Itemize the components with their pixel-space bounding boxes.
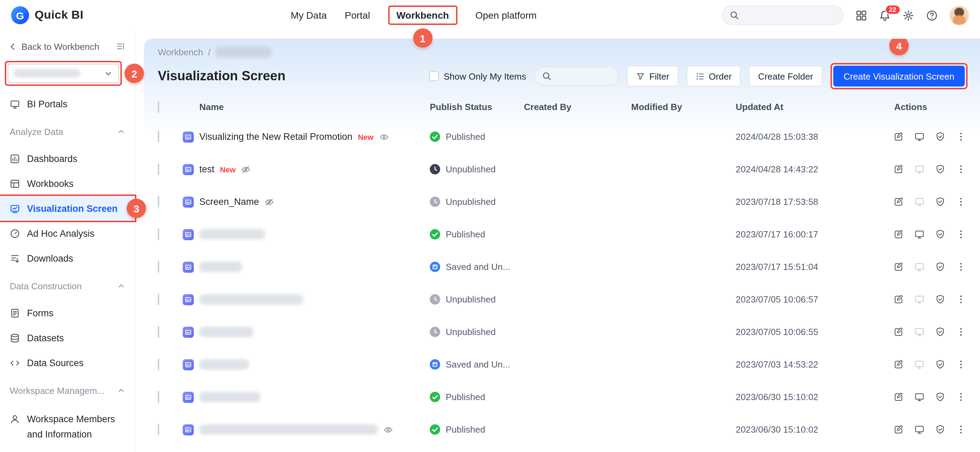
updated-at: 2023/06/30 15:10:02 [736,424,893,435]
more-actions-kebab-icon[interactable] [956,197,966,207]
row-checkbox[interactable] [158,423,159,435]
publish-shield-icon[interactable] [935,424,945,435]
edit-icon[interactable] [894,424,904,435]
row-name[interactable]: Screen_Name [199,197,259,207]
edit-icon[interactable] [894,132,904,142]
sidebar-item-workspace-members[interactable]: Workspace Members and Information [0,405,135,446]
row-name[interactable]: test [199,164,215,174]
sidebar-item-ad-hoc-analysis[interactable]: Ad Hoc Analysis [0,221,135,246]
sidebar-item-forms[interactable]: Forms [0,301,135,325]
show-only-my-items-toggle[interactable]: Show Only My Items [429,71,526,81]
new-badge: New [220,165,235,173]
edit-icon[interactable] [894,262,904,272]
select-all-checkbox[interactable] [158,101,159,113]
row-name[interactable]: Visualizing the New Retail Promotion [199,132,352,142]
preview-monitor-icon[interactable] [914,359,924,370]
preview-monitor-icon[interactable] [914,392,924,402]
edit-icon[interactable] [894,294,904,304]
edit-icon[interactable] [894,229,904,239]
updated-at: 2023/07/17 15:51:04 [736,262,893,272]
nav-item-workbench[interactable]: Workbench 1 [388,6,457,25]
preview-monitor-icon[interactable] [914,132,924,142]
row-checkbox[interactable] [158,391,159,403]
edit-icon[interactable] [894,327,904,337]
row-checkbox[interactable] [158,261,159,273]
sidebar-item-dashboards[interactable]: Dashboards [0,146,135,171]
title-row: Visualization Screen Show Only My Items [158,65,967,87]
more-actions-kebab-icon[interactable] [956,392,966,402]
notifications-bell-icon[interactable]: 22 [879,10,891,21]
row-checkbox[interactable] [158,358,159,370]
user-avatar[interactable] [950,6,969,25]
order-button[interactable]: Order [687,66,741,86]
preview-monitor-icon[interactable] [914,229,924,239]
publish-shield-icon[interactable] [935,327,945,337]
section-analyze-data[interactable]: Analyze Data [0,119,135,144]
more-actions-kebab-icon[interactable] [956,424,966,435]
nav-item-portal[interactable]: Portal [345,10,370,21]
row-checkbox[interactable] [158,293,159,305]
more-actions-kebab-icon[interactable] [956,294,966,304]
screen-thumbnail-icon [183,131,194,142]
back-label: Back to Workbench [21,41,99,52]
list-search-input[interactable] [534,67,619,86]
more-actions-kebab-icon[interactable] [956,132,966,142]
row-checkbox[interactable] [158,326,159,338]
create-folder-button[interactable]: Create Folder [749,66,822,86]
more-actions-kebab-icon[interactable] [956,359,966,370]
more-actions-kebab-icon[interactable] [956,327,966,337]
publish-shield-icon[interactable] [935,132,945,142]
visibility-eye-icon[interactable] [379,132,388,142]
more-actions-kebab-icon[interactable] [956,229,966,239]
publish-shield-icon[interactable] [935,359,945,370]
publish-shield-icon[interactable] [935,229,945,239]
row-checkbox[interactable] [158,228,159,240]
preview-monitor-icon[interactable] [914,327,924,337]
edit-icon[interactable] [894,359,904,370]
row-checkbox[interactable] [158,196,159,208]
sidebar-item-datasets[interactable]: Datasets [0,325,135,350]
back-to-workbench[interactable]: Back to Workbench [0,37,135,56]
preview-monitor-icon[interactable] [914,197,924,207]
show-only-my-items-checkbox[interactable] [429,71,439,81]
collapse-sidebar-icon[interactable] [116,41,125,51]
section-workspace-management[interactable]: Workspace Managem... [0,378,135,403]
edit-icon[interactable] [894,392,904,402]
row-checkbox[interactable] [158,163,159,175]
nav-item-open-platform[interactable]: Open platform [475,10,536,21]
visibility-eye-icon[interactable] [383,425,393,434]
publish-shield-icon[interactable] [935,164,945,174]
visibility-eye-off-icon[interactable] [241,164,251,174]
publish-shield-icon[interactable] [935,392,945,402]
filter-button[interactable]: Filter [627,66,678,86]
publish-shield-icon[interactable] [935,197,945,207]
create-visualization-screen-button[interactable]: Create Visualization Screen [833,66,965,86]
apps-grid-icon[interactable] [856,10,867,21]
preview-monitor-icon[interactable] [914,164,924,174]
redacted-name [199,229,265,239]
sidebar-item-bi-portals[interactable]: BI Portals [0,91,135,116]
preview-monitor-icon[interactable] [914,424,924,435]
publish-shield-icon[interactable] [935,262,945,272]
edit-icon[interactable] [894,197,904,207]
row-checkbox[interactable] [158,131,159,143]
sidebar-item-downloads[interactable]: Downloads [0,246,135,271]
breadcrumb-workbench[interactable]: Workbench [158,47,203,57]
more-actions-kebab-icon[interactable] [956,164,966,174]
workspace-selector[interactable] [8,64,119,83]
preview-monitor-icon[interactable] [914,294,924,304]
sidebar-item-workbooks[interactable]: Workbooks [0,171,135,196]
global-search-input[interactable] [722,6,844,25]
sidebar-item-data-sources[interactable]: Data Sources [0,350,135,375]
visibility-eye-off-icon[interactable] [265,197,274,207]
preview-monitor-icon[interactable] [914,262,924,272]
sidebar-item-label: Ad Hoc Analysis [27,228,94,239]
nav-item-my-data[interactable]: My Data [291,10,327,21]
help-icon[interactable] [926,10,938,21]
settings-gear-icon[interactable] [902,10,914,21]
sidebar-item-visualization-screen[interactable]: Visualization Screen 3 [0,196,135,221]
section-data-construction[interactable]: Data Construction [0,274,135,298]
more-actions-kebab-icon[interactable] [956,262,966,272]
edit-icon[interactable] [894,164,904,174]
publish-shield-icon[interactable] [935,294,945,304]
